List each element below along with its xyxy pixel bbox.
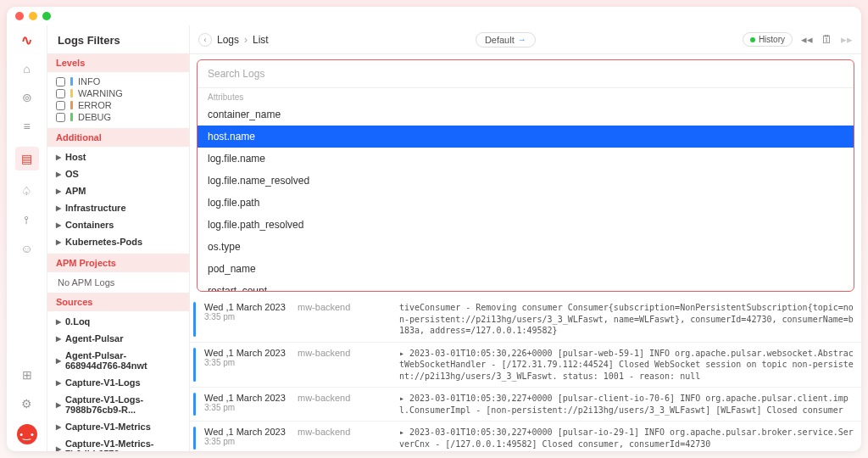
additional-item[interactable]: ▶Host: [54, 148, 182, 165]
source-item[interactable]: ▶0.Loq: [54, 313, 182, 330]
log-time: Wed ,1 March 20233:35 pm: [204, 427, 289, 450]
sources-head: Sources: [47, 293, 189, 311]
level-checkbox[interactable]: [56, 77, 65, 87]
log-time: Wed ,1 March 20233:35 pm: [204, 348, 289, 383]
level-checkbox[interactable]: [56, 113, 65, 122]
tree-label: Capture-V1-Logs-7988b76cb9-R...: [65, 394, 181, 415]
log-time: Wed ,1 March 20233:35 pm: [204, 302, 289, 337]
caret-icon: ▶: [56, 187, 61, 195]
home-icon[interactable]: ⌂: [19, 60, 36, 77]
tree-label: Agent-Pulsar: [65, 333, 123, 344]
window-close[interactable]: [15, 12, 24, 20]
level-checkbox[interactable]: [56, 101, 65, 110]
default-label: Default: [485, 35, 515, 45]
additional-item[interactable]: ▶OS: [54, 165, 182, 182]
tree-label: OS: [65, 169, 79, 179]
chart-icon[interactable]: ⫯: [19, 211, 36, 228]
forward-icon[interactable]: ▸▸: [841, 33, 853, 46]
source-item[interactable]: ▶Capture-V1-Metrics: [54, 418, 182, 435]
attribute-option[interactable]: log.file.path: [198, 192, 854, 214]
attribute-option[interactable]: log.file.name_resolved: [198, 170, 854, 192]
tree-label: Kubernetes-Pods: [65, 237, 142, 247]
logs-icon[interactable]: ▤: [15, 147, 39, 170]
tree-label: Capture-V1-Metrics: [65, 422, 151, 432]
level-debug[interactable]: DEBUG: [56, 111, 181, 123]
level-warning[interactable]: WARNING: [56, 87, 181, 99]
source-item[interactable]: ▶Capture-V1-Logs-7988b76cb9-R...: [54, 391, 182, 418]
attribute-option[interactable]: restart_count: [198, 280, 854, 291]
level-checkbox[interactable]: [56, 89, 65, 98]
caret-icon: ▶: [56, 379, 61, 387]
caret-icon: ▶: [56, 357, 61, 365]
attribute-option[interactable]: pod_name: [198, 258, 854, 280]
back-button[interactable]: ‹: [198, 33, 212, 47]
log-message: ▸ 2023-03-01T10:05:30,227+0000 [pulsar-c…: [399, 393, 854, 416]
cluster-icon[interactable]: ⊚: [19, 89, 36, 106]
log-row[interactable]: Wed ,1 March 20233:35 pmmw-backend▸ 2023…: [190, 421, 861, 451]
bell-icon[interactable]: ♤: [19, 182, 36, 199]
level-bar-icon: [70, 89, 73, 98]
history-tag[interactable]: History: [743, 32, 793, 47]
additional-tree: ▶Host▶OS▶APM▶Infrastructure▶Containers▶K…: [47, 147, 189, 254]
source-item[interactable]: ▶Agent-Pulsar-668944d766-84nwt: [54, 347, 182, 374]
level-bar-icon: [193, 302, 196, 337]
source-item[interactable]: ▶Agent-Pulsar: [54, 330, 182, 347]
attribute-option[interactable]: container_name: [198, 103, 854, 126]
level-bar-icon: [193, 427, 196, 450]
log-row[interactable]: Wed ,1 March 20233:35 pmmw-backendtiveCo…: [190, 297, 861, 342]
filters-title: Logs Filters: [47, 25, 189, 53]
log-message: ▸ 2023-03-01T10:05:30,226+0000 [pulsar-w…: [399, 348, 854, 383]
log-row[interactable]: Wed ,1 March 20233:35 pmmw-backend▸ 2023…: [190, 387, 861, 421]
caret-icon: ▶: [56, 170, 61, 178]
source-item[interactable]: ▶Capture-V1-Metrics-7b6dbb6579...: [54, 435, 182, 451]
caret-icon: ▶: [56, 335, 61, 343]
attribute-option[interactable]: os.type: [198, 236, 854, 258]
bc-sep: ›: [244, 34, 248, 46]
level-label: ERROR: [78, 100, 112, 110]
level-label: INFO: [78, 76, 100, 87]
brand-logo: ∿: [21, 32, 32, 48]
bc-list[interactable]: List: [253, 34, 269, 46]
sources-tree: ▶0.Loq▶Agent-Pulsar▶Agent-Pulsar-668944d…: [47, 311, 189, 451]
additional-item[interactable]: ▶Containers: [54, 216, 182, 233]
levels-head: Levels: [47, 53, 189, 72]
avatar[interactable]: •‿•: [17, 424, 37, 444]
app-window: ∿ ⌂ ⊚ ≡ ▤ ♤ ⫯ ☺ ⊞ ⚙ •‿• Logs Filters Lev…: [7, 7, 861, 451]
calendar-icon[interactable]: 🗓: [821, 33, 832, 46]
apm-empty: No APM Logs: [47, 272, 189, 293]
apps-icon[interactable]: ⊞: [19, 366, 36, 383]
main-area: ∿ ⌂ ⊚ ≡ ▤ ♤ ⫯ ☺ ⊞ ⚙ •‿• Logs Filters Lev…: [7, 25, 861, 451]
attribute-option[interactable]: host.name: [198, 126, 854, 148]
bot-icon[interactable]: ☺: [19, 240, 36, 257]
additional-item[interactable]: ▶Kubernetes-Pods: [54, 233, 182, 250]
attributes-dropdown: Attributes container_namehost.namelog.fi…: [198, 87, 854, 291]
caret-icon: ▶: [56, 238, 61, 246]
additional-head: Additional: [47, 128, 189, 147]
gear-icon[interactable]: ⚙: [19, 395, 36, 412]
window-zoom[interactable]: [42, 12, 51, 20]
level-label: WARNING: [78, 88, 123, 98]
attribute-option[interactable]: log.file.path_resolved: [198, 214, 854, 236]
window-minimize[interactable]: [29, 12, 37, 20]
log-time: Wed ,1 March 20233:35 pm: [204, 393, 289, 416]
level-error[interactable]: ERROR: [56, 99, 181, 111]
bc-logs[interactable]: Logs: [217, 34, 239, 46]
additional-item[interactable]: ▶APM: [54, 182, 182, 199]
log-row[interactable]: Wed ,1 March 20233:35 pmmw-backend▸ 2023…: [190, 342, 861, 388]
caret-icon: ▶: [56, 401, 61, 409]
content-pane: ‹ Logs › List Default → History ◂◂ 🗓 ▸▸: [190, 25, 861, 451]
arrow-right-icon: →: [518, 35, 526, 44]
level-info[interactable]: INFO: [56, 75, 181, 87]
list-icon[interactable]: ≡: [19, 118, 36, 135]
log-message: tiveConsumer - Removing consumer Consume…: [399, 302, 854, 337]
source-item[interactable]: ▶Capture-V1-Logs: [54, 374, 182, 391]
tree-label: Host: [65, 152, 86, 162]
attribute-option[interactable]: log.file.name: [198, 148, 854, 170]
default-tag[interactable]: Default →: [476, 32, 536, 47]
search-input[interactable]: [198, 60, 854, 87]
attributes-label: Attributes: [198, 88, 854, 103]
levels-list: INFOWARNINGERRORDEBUG: [47, 72, 189, 128]
caret-icon: ▶: [56, 318, 61, 326]
additional-item[interactable]: ▶Infrastructure: [54, 199, 182, 216]
rewind-icon[interactable]: ◂◂: [801, 33, 813, 46]
